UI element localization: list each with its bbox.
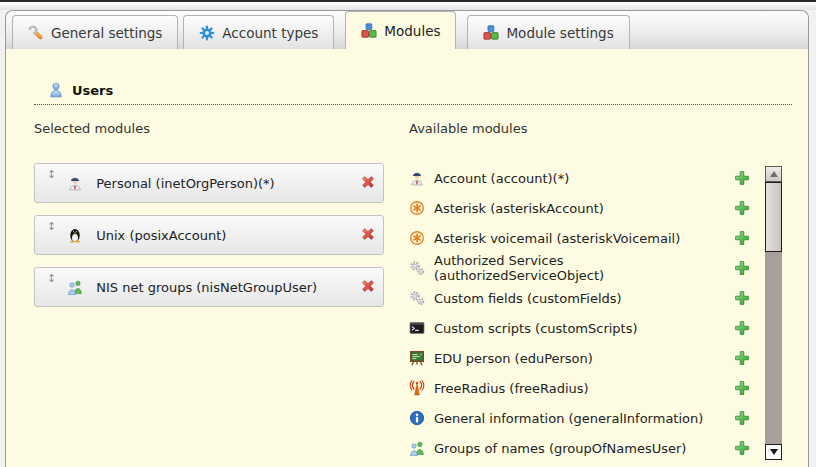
green-plus-icon [734, 410, 750, 426]
green-plus-icon [734, 230, 750, 246]
scrollbar-track[interactable] [765, 252, 782, 444]
module-label: NIS net groups (nisNetGroupUser) [96, 280, 349, 295]
settings-panel: General settings Account types Modules M… [5, 10, 809, 467]
module-label: Asterisk voicemail (asteriskVoicemail) [434, 231, 733, 246]
selected-module-row-personal[interactable]: ↕ Personal (inetOrgPerson)(*) [34, 163, 384, 203]
chalkboard-icon [409, 350, 425, 366]
scrollbar[interactable] [765, 166, 782, 460]
person-icon [409, 170, 425, 186]
drag-handle-icon[interactable]: ↕ [47, 273, 56, 284]
drag-handle-icon[interactable]: ↕ [47, 221, 56, 232]
scroll-down-button[interactable] [765, 444, 782, 460]
add-module-button[interactable] [733, 200, 750, 217]
available-module-row-custom-fields: Custom fields (customFields) [409, 283, 752, 313]
red-x-icon [360, 278, 376, 294]
module-label: EDU person (eduPerson) [434, 351, 733, 366]
selected-modules-label: Selected modules [34, 121, 409, 137]
tab-module-settings[interactable]: Module settings [467, 15, 629, 49]
tux-icon [67, 227, 83, 243]
module-label: Account (account)(*) [434, 171, 733, 186]
remove-module-button[interactable] [349, 278, 367, 296]
tab-bar: General settings Account types Modules M… [6, 11, 808, 49]
available-module-row-asterisk-voicemail: Asterisk voicemail (asteriskVoicemail) [409, 223, 752, 253]
module-label: Personal (inetOrgPerson)(*) [96, 176, 349, 191]
gears-icon [409, 260, 425, 276]
module-label: General information (generalInformation) [434, 411, 733, 426]
red-x-icon [360, 226, 376, 242]
green-plus-icon [734, 200, 750, 216]
section-title: Users [72, 83, 113, 98]
remove-module-button[interactable] [349, 226, 367, 244]
tab-general-settings[interactable]: General settings [12, 15, 178, 49]
user-icon [48, 82, 64, 98]
available-module-row-edu-person: EDU person (eduPerson) [409, 343, 752, 373]
modules-icon [361, 23, 377, 39]
available-module-row-general-information: General information (generalInformation) [409, 403, 752, 433]
selected-module-row-unix[interactable]: ↕ Unix (posixAccount) [34, 215, 384, 255]
asterisk-icon [409, 230, 425, 246]
users-section-heading: Users [34, 79, 792, 105]
add-module-button[interactable] [733, 290, 750, 307]
red-x-icon [360, 174, 376, 190]
module-label: Unix (posixAccount) [96, 228, 349, 243]
available-module-row-freeradius: FreeRadius (freeRadius) [409, 373, 752, 403]
modules-icon [483, 25, 499, 41]
available-module-row-custom-scripts: Custom scripts (customScripts) [409, 313, 752, 343]
available-module-row-account: Account (account)(*) [409, 163, 752, 193]
green-plus-icon [734, 380, 750, 396]
scrollbar-thumb[interactable] [765, 182, 782, 252]
page-background-strip [0, 2, 816, 10]
available-modules-column: Available modules Account (account)(*) A… [409, 121, 792, 463]
add-module-button[interactable] [733, 170, 750, 187]
module-label: Custom scripts (customScripts) [434, 321, 733, 336]
green-plus-icon [734, 320, 750, 336]
green-plus-icon [734, 350, 750, 366]
add-module-button[interactable] [733, 320, 750, 337]
module-label: Groups of names (groupOfNamesUser) [434, 441, 733, 456]
tab-label: General settings [51, 25, 162, 41]
remove-module-button[interactable] [349, 174, 367, 192]
tab-label: Modules [384, 23, 440, 39]
info-icon [409, 410, 425, 426]
add-module-button[interactable] [733, 440, 750, 457]
group-icon [67, 279, 83, 295]
triangle-up-icon [770, 171, 778, 177]
gears-icon [409, 290, 425, 306]
tab-modules[interactable]: Modules [345, 11, 456, 49]
terminal-icon [409, 320, 425, 336]
modules-columns: Selected modules ↕ Personal (inetOrgPers… [34, 121, 792, 463]
add-module-button[interactable] [733, 230, 750, 247]
person-icon [67, 175, 83, 191]
scroll-up-button[interactable] [765, 166, 782, 182]
group-icon [409, 440, 425, 456]
drag-handle-icon[interactable]: ↕ [47, 169, 56, 180]
add-module-button[interactable] [733, 410, 750, 427]
green-plus-icon [734, 440, 750, 456]
available-modules-label: Available modules [409, 121, 752, 137]
module-label: FreeRadius (freeRadius) [434, 381, 733, 396]
add-module-button[interactable] [733, 380, 750, 397]
modules-tab-content: Users Selected modules ↕ Personal (inetO… [6, 49, 808, 467]
tab-account-types[interactable]: Account types [183, 15, 334, 49]
module-label: Asterisk (asteriskAccount) [434, 201, 733, 216]
available-module-row-asterisk: Asterisk (asteriskAccount) [409, 193, 752, 223]
green-plus-icon [734, 290, 750, 306]
add-module-button[interactable] [733, 260, 750, 277]
available-module-row-groups-of-names: Groups of names (groupOfNamesUser) [409, 433, 752, 463]
gear-icon [199, 25, 215, 41]
asterisk-icon [409, 200, 425, 216]
add-module-button[interactable] [733, 350, 750, 367]
triangle-down-icon [770, 449, 778, 455]
selected-modules-column: Selected modules ↕ Personal (inetOrgPers… [34, 121, 409, 463]
tab-label: Account types [222, 25, 318, 41]
wrench-icon [28, 25, 44, 41]
radio-icon [409, 380, 425, 396]
green-plus-icon [734, 260, 750, 276]
green-plus-icon [734, 170, 750, 186]
tab-label: Module settings [506, 25, 613, 41]
available-module-row-authorized-services: Authorized Services (authorizedServiceOb… [409, 253, 752, 283]
selected-module-row-nis-net-groups[interactable]: ↕ NIS net groups (nisNetGroupUser) [34, 267, 384, 307]
module-label: Authorized Services (authorizedServiceOb… [434, 253, 733, 283]
module-label: Custom fields (customFields) [434, 291, 733, 306]
